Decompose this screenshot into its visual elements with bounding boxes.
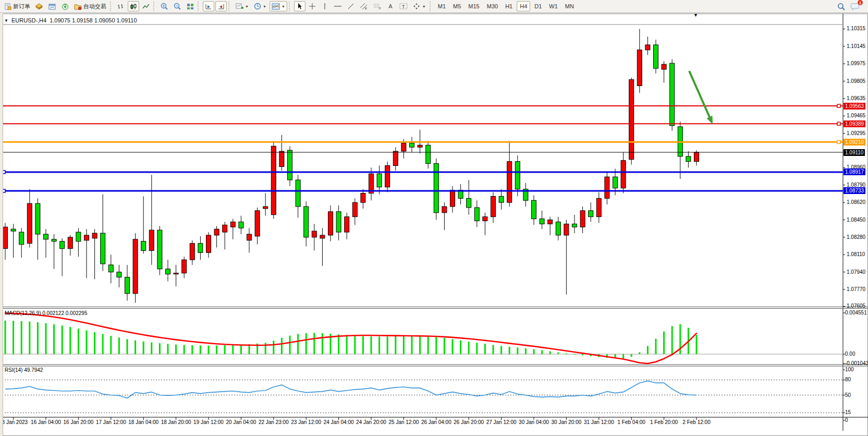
- candle-body[interactable]: [645, 45, 650, 50]
- candle-body[interactable]: [637, 50, 642, 86]
- candle-body[interactable]: [515, 162, 520, 189]
- candle-body[interactable]: [279, 151, 284, 166]
- candle-body[interactable]: [263, 207, 268, 209]
- candle-body[interactable]: [328, 212, 333, 235]
- zoom-out-button[interactable]: [172, 1, 184, 11]
- candle-body[interactable]: [540, 219, 544, 224]
- signals-button[interactable]: [59, 1, 71, 11]
- text-button[interactable]: A: [385, 1, 396, 11]
- candle-body[interactable]: [434, 164, 438, 213]
- channel-button[interactable]: E: [358, 1, 370, 11]
- candle-body[interactable]: [255, 211, 260, 236]
- candle-body[interactable]: [84, 235, 89, 240]
- candle-body[interactable]: [499, 196, 504, 202]
- candle-body[interactable]: [629, 80, 634, 160]
- timeframe-button-m1[interactable]: M1: [435, 1, 449, 11]
- crosshair-button[interactable]: [307, 1, 318, 11]
- timeframe-button-m15[interactable]: M15: [465, 1, 482, 11]
- period-button[interactable]: ▼: [252, 1, 268, 11]
- candle-body[interactable]: [410, 143, 414, 147]
- line-handle[interactable]: [837, 104, 840, 107]
- candle-body[interactable]: [474, 208, 479, 221]
- profile-right-button[interactable]: [215, 1, 227, 11]
- arrows-button[interactable]: ▼: [411, 1, 428, 11]
- auto-trading-button[interactable]: 自动交易: [72, 1, 108, 11]
- candle-body[interactable]: [44, 234, 48, 239]
- candle-body[interactable]: [296, 180, 300, 207]
- candle-body[interactable]: [532, 200, 536, 219]
- timeframe-button-d1[interactable]: D1: [531, 1, 545, 11]
- candle-body[interactable]: [190, 244, 194, 260]
- candle-body[interactable]: [76, 232, 81, 241]
- candle-body[interactable]: [596, 198, 601, 216]
- trend-arrow-head[interactable]: [706, 116, 713, 124]
- candle-body[interactable]: [230, 222, 235, 227]
- candle-body[interactable]: [271, 146, 276, 215]
- candle-body[interactable]: [467, 198, 471, 208]
- candle-body[interactable]: [157, 230, 162, 269]
- candle-body[interactable]: [572, 224, 577, 227]
- candle-body[interactable]: [385, 166, 390, 187]
- candle-body[interactable]: [418, 145, 422, 147]
- candle-body[interactable]: [312, 231, 316, 237]
- candle-body[interactable]: [589, 211, 593, 217]
- timeframe-button-m5[interactable]: M5: [450, 1, 464, 11]
- candle-body[interactable]: [239, 222, 243, 228]
- candle-body[interactable]: [580, 211, 585, 227]
- profile-left-button[interactable]: [203, 1, 214, 11]
- timeframe-button-h4[interactable]: H4: [517, 1, 530, 11]
- candle-body[interactable]: [377, 174, 382, 187]
- tile-windows-button[interactable]: [185, 1, 196, 11]
- candle-body[interactable]: [548, 220, 553, 224]
- fibonacci-button[interactable]: F: [371, 1, 384, 11]
- notifications-button[interactable]: 1: [849, 1, 862, 11]
- add-chart-button[interactable]: ▼: [234, 1, 251, 11]
- candle-body[interactable]: [101, 233, 105, 264]
- candle-body[interactable]: [141, 241, 146, 251]
- candle-body[interactable]: [654, 45, 658, 68]
- candle-body[interactable]: [166, 269, 170, 274]
- candle-body[interactable]: [361, 193, 365, 203]
- line-handle[interactable]: [837, 122, 840, 125]
- timeframe-button-w1[interactable]: W1: [546, 1, 561, 11]
- candle-body[interactable]: [352, 202, 357, 216]
- bar-chart-button[interactable]: [115, 1, 127, 11]
- candle-body[interactable]: [483, 217, 487, 221]
- candle-body[interactable]: [507, 162, 512, 203]
- candle-body[interactable]: [288, 150, 292, 180]
- candle-body[interactable]: [345, 217, 349, 232]
- timeframe-button-mn[interactable]: MN: [562, 1, 577, 11]
- candle-body[interactable]: [662, 64, 666, 69]
- vertical-line-button[interactable]: [319, 1, 331, 11]
- candle-body[interactable]: [206, 235, 211, 252]
- line-chart-button[interactable]: [140, 1, 152, 11]
- candle-body[interactable]: [694, 152, 699, 162]
- candle-body[interactable]: [68, 237, 72, 249]
- gold-button[interactable]: [33, 1, 45, 11]
- candle-body[interactable]: [52, 239, 56, 241]
- candle-body[interactable]: [117, 272, 121, 277]
- search-button[interactable]: [835, 1, 848, 11]
- zoom-in-button[interactable]: [158, 1, 170, 11]
- candle-body[interactable]: [149, 230, 154, 250]
- candle-body[interactable]: [182, 260, 187, 273]
- horizontal-line-button[interactable]: [332, 1, 344, 11]
- chart-shift-marker[interactable]: ▼: [693, 13, 698, 18]
- candle-body[interactable]: [491, 196, 496, 216]
- candle-body[interactable]: [92, 233, 97, 238]
- candle-body[interactable]: [605, 177, 609, 198]
- candle-body[interactable]: [133, 239, 138, 294]
- candle-body[interactable]: [442, 207, 447, 213]
- candle-body[interactable]: [108, 265, 113, 272]
- timeframe-button-h1[interactable]: H1: [502, 1, 516, 11]
- candle-body[interactable]: [426, 145, 431, 163]
- candlestick-chart-button[interactable]: [128, 1, 139, 11]
- candle-body[interactable]: [11, 229, 16, 231]
- candle-body[interactable]: [60, 241, 65, 249]
- candle-body[interactable]: [401, 143, 406, 151]
- candle-body[interactable]: [35, 203, 40, 234]
- timeframe-button-m30[interactable]: M30: [484, 1, 501, 11]
- candle-body[interactable]: [125, 277, 130, 293]
- candle-body[interactable]: [393, 151, 398, 165]
- candle-body[interactable]: [19, 232, 24, 245]
